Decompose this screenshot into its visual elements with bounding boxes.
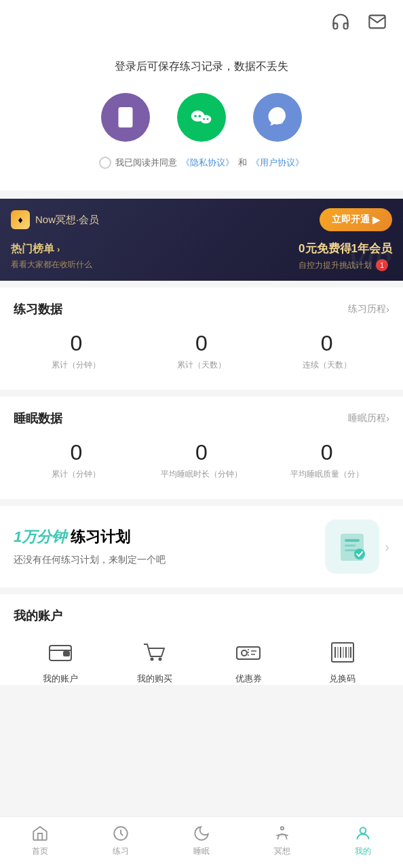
sleep-stats-row: 0 累计（分钟） 0 平均睡眠时长（分钟） 0 平均睡眠质量（分） <box>14 441 389 480</box>
practice-data-header: 练习数据 练习历程 › <box>14 301 389 317</box>
practice-data-title: 练习数据 <box>14 301 62 317</box>
practice-stat-days: 0 累计（天数） <box>139 332 265 371</box>
agreement-prefix: 我已阅读并同意 <box>115 157 177 169</box>
login-tip: 登录后可保存练习记录，数据不丢失 <box>14 60 389 74</box>
practice-history-link[interactable]: 练习历程 › <box>348 303 389 315</box>
practice-streak-label: 连续（天数） <box>264 359 389 371</box>
vip-banner-bottom: 热门榜单 › 看看大家都在收听什么 0元免费得1年会员 自控力提升挑战计划 1 <box>11 241 392 271</box>
hot-list-sub: 看看大家都在收听什么 <box>11 259 92 271</box>
my-account-label: 我的账户 <box>43 673 78 685</box>
svg-point-17 <box>158 658 161 661</box>
svg-rect-14 <box>63 651 70 656</box>
practice-days-num: 0 <box>139 332 265 354</box>
practice-streak-num: 0 <box>264 332 389 354</box>
svg-point-5 <box>200 115 211 123</box>
bottom-nav: 首页 练习 睡眠 冥想 <box>0 816 403 868</box>
svg-point-32 <box>281 827 284 829</box>
user-link[interactable]: 《用户协议》 <box>251 157 304 169</box>
qq-login-button[interactable] <box>253 93 302 142</box>
nav-meditate[interactable]: 冥想 <box>242 824 322 857</box>
nav-home[interactable]: 首页 <box>0 824 81 857</box>
sleep-stat-quality: 0 平均睡眠质量（分） <box>264 441 389 480</box>
vip-banner[interactable]: ♦ Now冥想·会员 立即开通 ▶ 热门榜单 › 看看大家都在收听什么 0元免费… <box>0 199 403 281</box>
nav-mine-label: 我的 <box>355 846 371 857</box>
top-bar <box>0 0 403 43</box>
wallet-icon <box>45 637 75 667</box>
sleep-data-section: 睡眠数据 睡眠历程 › 0 累计（分钟） 0 平均睡眠时长（分钟） 0 平均睡眠… <box>0 397 403 499</box>
login-section: 登录后可保存练习记录，数据不丢失 <box>0 43 403 191</box>
vip-logo-text: Now冥想·会员 <box>35 214 99 226</box>
redeem-label: 兑换码 <box>329 673 356 685</box>
plan-subtitle: 还没有任何练习计划，来制定一个吧 <box>14 554 314 566</box>
sleep-history-link[interactable]: 睡眠历程 › <box>348 412 389 425</box>
nav-meditate-label: 冥想 <box>274 846 290 857</box>
phone-login-button[interactable] <box>101 93 150 142</box>
nav-practice[interactable]: 练习 <box>81 824 161 857</box>
account-title: 我的账户 <box>14 608 389 624</box>
sleep-avg-duration-num: 0 <box>139 441 265 463</box>
practice-stat-minutes: 0 累计（分钟） <box>14 332 139 371</box>
hot-list[interactable]: 热门榜单 › 看看大家都在收听什么 <box>11 242 92 271</box>
account-section: 我的账户 我的账户 <box>0 594 403 685</box>
headset-icon[interactable] <box>328 9 353 34</box>
nav-sleep[interactable]: 睡眠 <box>161 824 242 857</box>
sleep-icon <box>192 824 211 843</box>
nav-home-label: 首页 <box>32 846 48 857</box>
mine-icon <box>353 824 372 843</box>
svg-point-12 <box>354 549 365 559</box>
svg-point-1 <box>125 123 127 125</box>
privacy-link[interactable]: 《隐私协议》 <box>181 157 234 169</box>
vip-logo-icon: ♦ <box>11 210 30 229</box>
vip-logo: ♦ Now冥想·会员 <box>11 210 99 229</box>
plan-icon <box>325 519 379 574</box>
svg-rect-11 <box>345 549 357 551</box>
coupon-label: 优惠券 <box>235 673 262 685</box>
practice-minutes-label: 累计（分钟） <box>14 359 139 371</box>
mail-icon[interactable] <box>365 9 389 34</box>
svg-point-33 <box>360 827 366 833</box>
vip-banner-top: ♦ Now冥想·会员 立即开通 ▶ <box>11 208 392 231</box>
practice-icon <box>111 824 130 843</box>
cart-icon <box>140 637 170 667</box>
sleep-minutes-num: 0 <box>14 441 139 463</box>
plan-title-highlight: 1万分钟 <box>14 528 66 545</box>
nav-mine[interactable]: 我的 <box>322 824 403 857</box>
svg-point-6 <box>203 118 205 120</box>
sleep-stat-avg-duration: 0 平均睡眠时长（分钟） <box>139 441 265 480</box>
my-purchase-item[interactable]: 我的购买 <box>108 637 202 685</box>
wechat-login-button[interactable] <box>177 93 226 142</box>
practice-minutes-num: 0 <box>14 332 139 354</box>
practice-stats-row: 0 累计（分钟） 0 累计（天数） 0 连续（天数） <box>14 332 389 371</box>
svg-point-19 <box>242 650 247 656</box>
plan-title-suffix: 练习计划 <box>71 528 130 545</box>
practice-days-label: 累计（天数） <box>139 359 265 371</box>
coupon-item[interactable]: 优惠券 <box>202 637 296 685</box>
sleep-data-header: 睡眠数据 睡眠历程 › <box>14 410 389 427</box>
plan-chevron-icon: › <box>385 539 389 555</box>
my-account-item[interactable]: 我的账户 <box>14 637 108 685</box>
vip-watermark: VIP <box>349 247 392 275</box>
svg-point-7 <box>207 118 209 120</box>
svg-point-3 <box>194 115 197 117</box>
sleep-data-title: 睡眠数据 <box>14 410 62 427</box>
agreement-row: 我已阅读并同意 《隐私协议》 和 《用户协议》 <box>14 157 389 169</box>
plan-left: 1万分钟 练习计划 还没有任何练习计划，来制定一个吧 <box>14 527 314 566</box>
svg-point-16 <box>150 658 153 661</box>
agreement-radio[interactable] <box>99 157 111 169</box>
meditate-icon <box>273 824 292 843</box>
practice-data-section: 练习数据 练习历程 › 0 累计（分钟） 0 累计（天数） 0 连续（天数） <box>0 288 403 390</box>
sleep-stat-minutes: 0 累计（分钟） <box>14 441 139 480</box>
account-items: 我的账户 我的购买 <box>14 637 389 685</box>
sleep-quality-label: 平均睡眠质量（分） <box>264 469 389 480</box>
ticket-icon <box>233 637 263 667</box>
svg-rect-10 <box>345 545 356 547</box>
sleep-minutes-label: 累计（分钟） <box>14 469 139 480</box>
agreement-mid: 和 <box>238 157 247 169</box>
practice-plan-section[interactable]: 1万分钟 练习计划 还没有任何练习计划，来制定一个吧 › <box>0 506 403 587</box>
home-icon <box>31 824 50 843</box>
practice-stat-streak: 0 连续（天数） <box>264 332 389 371</box>
hot-list-title: 热门榜单 › <box>11 242 92 256</box>
redeem-item[interactable]: 兑换码 <box>296 637 390 685</box>
vip-open-button[interactable]: 立即开通 ▶ <box>320 208 392 231</box>
my-purchase-label: 我的购买 <box>137 673 172 685</box>
